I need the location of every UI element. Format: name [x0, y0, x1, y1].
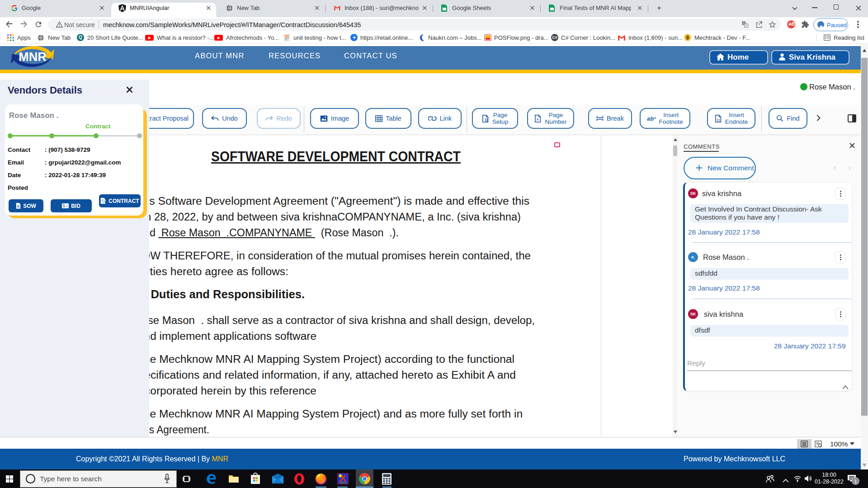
svg-text:MNR: MNR [19, 50, 47, 64]
svg-text:#: # [537, 117, 539, 122]
svg-text:[ii]: [ii] [717, 118, 720, 122]
svg-text:文: 文 [745, 24, 748, 27]
